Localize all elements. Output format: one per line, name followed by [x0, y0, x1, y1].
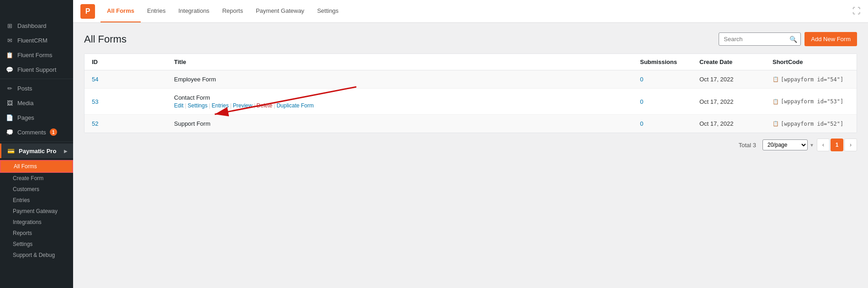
- action-settings-53[interactable]: Settings: [188, 102, 207, 109]
- cell-date-52: Oct 17, 2022: [692, 115, 765, 133]
- sidebar-item-dashboard[interactable]: ⊞ Dashboard: [0, 18, 73, 33]
- cell-id-52: 52: [85, 115, 167, 133]
- tab-reports[interactable]: Reports: [216, 0, 249, 22]
- table-row: 52 Support Form 0 Oct 17, 2022 📋 [wppayf…: [85, 115, 857, 133]
- tab-settings[interactable]: Settings: [311, 0, 345, 22]
- table-header: ID Title Submissions Create Date ShortCo…: [85, 54, 857, 70]
- tab-entries[interactable]: Entries: [141, 0, 172, 22]
- sidebar-sub-label: Support & Debug: [13, 252, 55, 258]
- sidebar-item-label: Fluent Forms: [17, 52, 53, 59]
- col-header-id: ID: [85, 54, 167, 70]
- submissions-link-54[interactable]: 0: [640, 76, 643, 83]
- sidebar-sub-item-support-debug[interactable]: Support & Debug: [0, 250, 73, 261]
- plugin-tabs: All Forms Entries Integrations Reports P…: [101, 0, 345, 22]
- form-id-link-53[interactable]: 53: [92, 98, 98, 105]
- sidebar-sub-label: Payment Gateway: [13, 208, 58, 214]
- fluentcrm-icon: ✉: [5, 36, 14, 44]
- action-delete-53[interactable]: Delete: [257, 102, 273, 109]
- action-entries-53[interactable]: Entries: [212, 102, 228, 109]
- sidebar-item-label: Posts: [17, 85, 32, 92]
- sidebar-sub-item-create-form[interactable]: Create Form: [0, 173, 73, 184]
- paymaticpro-icon: 💳: [7, 147, 15, 155]
- sidebar-sub-item-settings[interactable]: Settings: [0, 239, 73, 250]
- sidebar-sub-item-all-forms[interactable]: All Forms: [0, 160, 73, 173]
- plugin-logo: P: [80, 4, 95, 19]
- shortcode-value-54: [wppayform id="54"]: [781, 76, 843, 83]
- per-page-select[interactable]: 20/page 50/page 100/page: [762, 139, 808, 150]
- pagination-total: Total 3: [739, 142, 756, 149]
- shortcode-value-53: [wppayform id="53"]: [781, 98, 843, 105]
- form-title-53: Contact Form: [174, 94, 314, 101]
- sidebar-sub-item-customers[interactable]: Customers: [0, 184, 73, 195]
- cell-title-53: Contact Form Edit | Settings | Entries |…: [167, 89, 633, 114]
- sidebar-item-fluentsupport[interactable]: 💬 Fluent Support: [0, 62, 73, 77]
- add-new-form-button[interactable]: Add New Form: [804, 32, 857, 46]
- media-icon: 🖼: [5, 99, 14, 107]
- form-id-link-52[interactable]: 52: [92, 120, 98, 127]
- plugin-header: P All Forms Entries Integrations Reports…: [73, 0, 868, 23]
- sidebar-item-fluentcrm[interactable]: ✉ FluentCRM: [0, 33, 73, 48]
- per-page-wrapper: 20/page 50/page 100/page ▼: [762, 139, 814, 150]
- fluentforms-icon: 📋: [5, 51, 14, 59]
- pagination: Total 3 20/page 50/page 100/page ▼ ‹ 1 ›: [84, 139, 857, 151]
- next-page-button[interactable]: ›: [844, 139, 857, 151]
- cell-shortcode-52: 📋 [wppayform id="52"]: [765, 115, 857, 133]
- page-1-button[interactable]: 1: [831, 139, 843, 151]
- col-header-submissions: Submissions: [633, 54, 692, 70]
- page-actions: 🔍 Add New Form: [719, 32, 857, 46]
- sidebar-sub-label: Entries: [13, 197, 30, 203]
- sidebar-sub-label: Integrations: [13, 219, 42, 225]
- col-header-title: Title: [167, 54, 633, 70]
- prev-page-button[interactable]: ‹: [817, 139, 830, 151]
- sidebar-item-media[interactable]: 🖼 Media: [0, 96, 73, 110]
- cell-title-54: Employee Form: [167, 70, 633, 88]
- cell-shortcode-54: 📋 [wppayform id="54"]: [765, 70, 857, 88]
- table-row: 53 Contact Form Edit | Settings | Entrie…: [85, 89, 857, 115]
- sidebar-item-paymaticpro[interactable]: 💳 Paymatic Pro ▶: [0, 144, 73, 158]
- sidebar-sub-item-entries[interactable]: Entries: [0, 195, 73, 206]
- cell-submissions-53: 0: [633, 89, 692, 114]
- form-id-link-54[interactable]: 54: [92, 76, 98, 83]
- tab-all-forms[interactable]: All Forms: [101, 0, 141, 22]
- tab-payment-gateway[interactable]: Payment Gateway: [249, 0, 311, 22]
- shortcode-icon: 📋: [773, 99, 779, 105]
- submissions-link-52[interactable]: 0: [640, 120, 643, 127]
- search-icon: 🔍: [789, 36, 797, 43]
- sidebar-sub-label: Settings: [13, 241, 32, 247]
- sidebar-sub-item-integrations[interactable]: Integrations: [0, 217, 73, 228]
- cell-title-52: Support Form: [167, 115, 633, 133]
- form-title-54: Employee Form: [174, 76, 216, 83]
- pages-icon: 📄: [5, 113, 14, 122]
- sidebar-item-label: FluentCRM: [17, 37, 48, 44]
- submissions-link-53[interactable]: 0: [640, 98, 643, 105]
- row-actions-53: Edit | Settings | Entries | Preview | De…: [174, 102, 314, 109]
- shortcode-icon: 📋: [773, 121, 779, 127]
- cell-submissions-54: 0: [633, 70, 692, 88]
- shortcode-icon: 📋: [773, 76, 779, 82]
- page-header: All Forms 🔍 Add New Form: [84, 32, 857, 46]
- sidebar-sub-label: Reports: [13, 230, 32, 236]
- tab-integrations[interactable]: Integrations: [172, 0, 216, 22]
- sidebar-item-label: Fluent Support: [17, 66, 56, 73]
- action-duplicate-53[interactable]: Duplicate Form: [276, 102, 313, 109]
- sidebar-sub-item-reports[interactable]: Reports: [0, 228, 73, 239]
- sidebar-item-label: Media: [17, 100, 33, 107]
- sidebar-submenu: All Forms Create Form Customers Entries …: [0, 158, 73, 262]
- cell-date-54: Oct 17, 2022: [692, 70, 765, 88]
- action-edit-53[interactable]: Edit: [174, 102, 184, 109]
- cell-id-54: 54: [85, 70, 167, 88]
- action-preview-53[interactable]: Preview: [233, 102, 253, 109]
- search-input[interactable]: [719, 32, 801, 46]
- sidebar: ⊞ Dashboard ✉ FluentCRM 📋 Fluent Forms 💬…: [0, 0, 73, 288]
- sidebar-item-pages[interactable]: 📄 Pages: [0, 110, 73, 125]
- sidebar-sub-label: All Forms: [14, 163, 37, 170]
- sidebar-item-comments[interactable]: 💭 Comments 1: [0, 125, 73, 139]
- col-header-create-date: Create Date: [692, 54, 765, 70]
- sidebar-sub-label: Create Form: [13, 175, 43, 181]
- sidebar-item-fluentforms[interactable]: 📋 Fluent Forms: [0, 48, 73, 62]
- page-content: All Forms 🔍 Add New Form ID Title Submis…: [73, 23, 868, 288]
- sidebar-sub-item-payment-gateway[interactable]: Payment Gateway: [0, 206, 73, 217]
- fullscreen-icon[interactable]: ⛶: [852, 6, 861, 16]
- sidebar-item-posts[interactable]: ✏ Posts: [0, 81, 73, 96]
- dashboard-icon: ⊞: [5, 21, 14, 30]
